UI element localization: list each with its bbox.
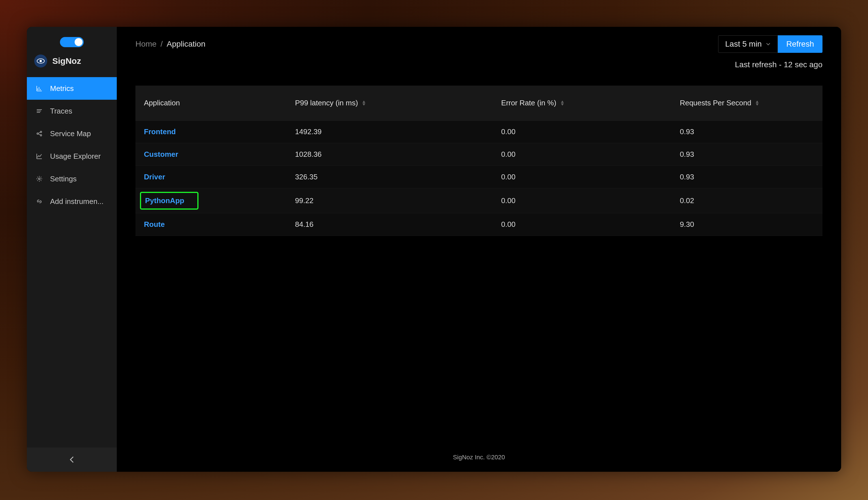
table-row: Frontend1492.390.000.93 [135,121,823,143]
cell-rps: 9.30 [671,213,823,236]
app-window: SigNoz MetricsTracesService MapUsage Exp… [27,27,841,472]
share-nodes-icon [35,130,43,138]
sort-icon [560,100,564,106]
cell-application: Customer [135,143,287,166]
footer-text: SigNoz Inc. ©2020 [117,446,841,472]
table-row: Route84.160.009.30 [135,213,823,236]
sidebar-item-label: Add instrumen... [50,197,103,206]
cell-p99: 1028.36 [287,143,493,166]
last-refresh-text: Last refresh - 12 sec ago [117,56,841,69]
col-p99[interactable]: P99 latency (in ms) [287,86,493,121]
chevron-left-icon [69,456,74,464]
breadcrumb-current: Application [167,39,205,48]
sidebar-item-settings[interactable]: Settings [27,168,117,190]
brand: SigNoz [27,55,117,73]
table-body: Frontend1492.390.000.93Customer1028.360.… [135,121,823,236]
list-lines-icon [35,107,43,115]
time-range-label: Last 5 min [725,39,762,48]
app-link[interactable]: Frontend [144,127,176,136]
breadcrumb-sep: / [157,39,167,48]
cell-application: Driver [135,166,287,189]
line-chart-icon [35,152,43,160]
cell-p99: 84.16 [287,213,493,236]
content: Application P99 latency (in ms) [117,69,841,236]
main-area: Home / Application Last 5 min Refresh La… [117,27,841,472]
cell-p99: 1492.39 [287,121,493,143]
topbar: Home / Application Last 5 min Refresh [117,27,841,56]
table-row: PythonApp99.220.000.02 [135,189,823,213]
cell-rps: 0.93 [671,143,823,166]
sidebar-item-label: Usage Explorer [50,152,101,161]
cell-error-rate: 0.00 [493,143,671,166]
app-link[interactable]: Customer [144,150,178,158]
cell-rps: 0.93 [671,166,823,189]
bar-chart-icon [35,84,43,92]
table-row: Driver326.350.000.93 [135,166,823,189]
sidebar: SigNoz MetricsTracesService MapUsage Exp… [27,27,117,472]
sidebar-item-add-instrumen-[interactable]: Add instrumen... [27,190,117,213]
refresh-button[interactable]: Refresh [778,35,823,53]
col-rps[interactable]: Requests Per Second [671,86,823,121]
cell-error-rate: 0.00 [493,121,671,143]
cell-error-rate: 0.00 [493,189,671,213]
cell-application: Route [135,213,287,236]
sidebar-collapse-button[interactable] [27,447,117,472]
sidebar-item-label: Metrics [50,84,74,93]
col-error-rate[interactable]: Error Rate (in %) [493,86,671,121]
breadcrumb-home[interactable]: Home [135,39,157,48]
sidebar-item-label: Traces [50,107,73,115]
svg-point-5 [38,178,40,180]
theme-toggle[interactable] [60,37,84,47]
cell-rps: 0.93 [671,121,823,143]
brand-logo-icon [34,55,47,68]
sidebar-item-service-map[interactable]: Service Map [27,122,117,145]
sidebar-item-usage-explorer[interactable]: Usage Explorer [27,145,117,168]
app-link[interactable]: Driver [144,173,165,181]
col-application[interactable]: Application [135,86,287,121]
gear-icon [35,175,43,183]
sidebar-nav: MetricsTracesService MapUsage ExplorerSe… [27,77,117,213]
sort-icon [755,100,759,106]
cell-error-rate: 0.00 [493,213,671,236]
sidebar-top: SigNoz [27,27,117,77]
cell-application: PythonApp [135,189,287,213]
sidebar-item-label: Settings [50,174,77,183]
sort-icon [362,100,366,106]
app-link[interactable]: Route [144,220,165,228]
svg-point-1 [40,60,42,62]
chevron-down-icon [766,42,771,47]
brand-name: SigNoz [52,56,81,66]
sidebar-item-label: Service Map [50,129,91,138]
cell-p99: 99.22 [287,189,493,213]
table-row: Customer1028.360.000.93 [135,143,823,166]
cell-application: Frontend [135,121,287,143]
cell-p99: 326.35 [287,166,493,189]
sidebar-item-metrics[interactable]: Metrics [27,77,117,100]
cell-rps: 0.02 [671,189,823,213]
link-icon [35,197,43,205]
sidebar-item-traces[interactable]: Traces [27,100,117,122]
time-range-select[interactable]: Last 5 min [718,35,778,53]
applications-table: Application P99 latency (in ms) [135,86,823,236]
cell-error-rate: 0.00 [493,166,671,189]
app-link[interactable]: PythonApp [145,196,184,205]
theme-toggle-wrap [27,35,117,55]
